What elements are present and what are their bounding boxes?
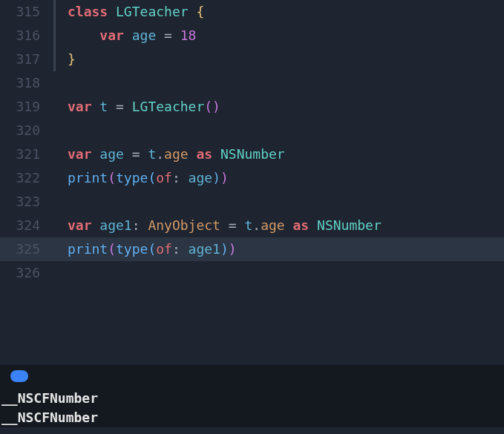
- line-number: 323: [0, 190, 53, 214]
- code-line[interactable]: 320: [0, 119, 504, 142]
- line-number: 322: [0, 166, 53, 190]
- code-content[interactable]: print(type(of: age1)): [56, 237, 237, 261]
- code-content[interactable]: class LGTeacher {: [56, 0, 204, 24]
- code-line[interactable]: 325print(type(of: age1)): [0, 237, 504, 261]
- code-content[interactable]: [56, 190, 68, 214]
- line-number: 324: [0, 214, 53, 237]
- code-editor: 315class LGTeacher {316 var age = 18317}…: [0, 0, 504, 434]
- line-number: 326: [0, 261, 53, 285]
- code-content[interactable]: [56, 261, 68, 285]
- code-area[interactable]: 315class LGTeacher {316 var age = 18317}…: [0, 0, 504, 285]
- code-content[interactable]: [56, 119, 68, 142]
- line-number: 319: [0, 95, 53, 119]
- code-content[interactable]: print(type(of: age)): [56, 166, 229, 190]
- code-line[interactable]: 315class LGTeacher {: [0, 0, 504, 24]
- console-output-line: __NSCFNumber: [1, 389, 504, 408]
- line-number: 321: [0, 142, 53, 166]
- code-content[interactable]: [56, 71, 68, 95]
- code-content[interactable]: var age1: AnyObject = t.age as NSNumber: [56, 214, 382, 237]
- line-number: 316: [0, 24, 53, 47]
- code-content[interactable]: var age = t.age as NSNumber: [56, 142, 285, 166]
- line-number: 315: [0, 0, 53, 24]
- code-line[interactable]: 319var t = LGTeacher(): [0, 95, 504, 119]
- code-content[interactable]: }: [56, 47, 76, 71]
- code-line[interactable]: 324var age1: AnyObject = t.age as NSNumb…: [0, 214, 504, 237]
- line-number: 317: [0, 47, 53, 71]
- code-line[interactable]: 317}: [0, 47, 504, 71]
- line-number: 320: [0, 119, 53, 142]
- code-line[interactable]: 321var age = t.age as NSNumber: [0, 142, 504, 166]
- code-line[interactable]: 322print(type(of: age)): [0, 166, 504, 190]
- filter-pill-icon[interactable]: [10, 370, 28, 382]
- panel-separator: [0, 365, 504, 387]
- editor-gap: [0, 285, 504, 365]
- line-number: 318: [0, 71, 53, 95]
- code-line[interactable]: 326: [0, 261, 504, 285]
- code-content[interactable]: var age = 18: [56, 24, 196, 47]
- console-output-line: __NSCFNumber: [1, 408, 504, 427]
- line-number: 325: [0, 237, 53, 261]
- code-line[interactable]: 316 var age = 18: [0, 24, 504, 47]
- console-panel[interactable]: __NSCFNumber __NSCFNumber: [0, 387, 504, 427]
- code-content[interactable]: var t = LGTeacher(): [56, 95, 220, 119]
- code-line[interactable]: 318: [0, 71, 504, 95]
- code-line[interactable]: 323: [0, 190, 504, 214]
